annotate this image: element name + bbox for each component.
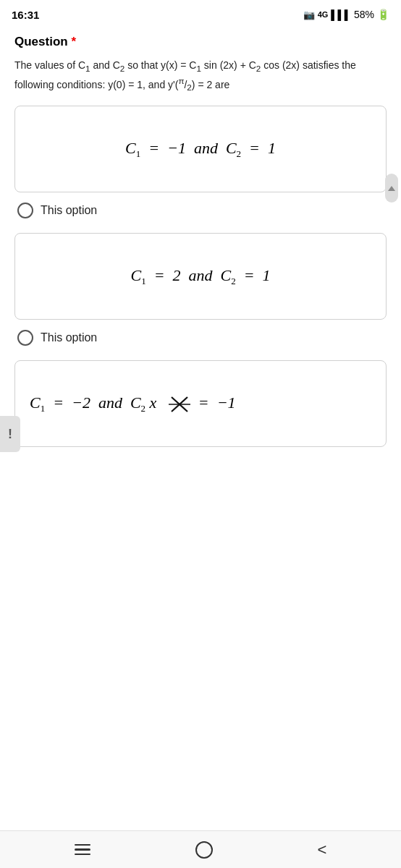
home-icon [195,841,213,859]
side-alert-button[interactable]: ! [0,416,20,452]
required-asterisk: * [68,35,76,48]
exclamation-icon: ! [8,427,12,442]
option-1-math-text: C1 = −1 and C2 = 1 [125,139,276,160]
status-icons: 📷 4G ▌▌▌ 58% 🔋 [303,9,389,20]
option-1-radio-row[interactable]: This option [14,203,387,218]
bottom-nav: < [0,830,401,868]
scroll-hint [385,174,398,203]
status-time: 16:31 [12,9,39,21]
option-1-math: C1 = −1 and C2 = 1 [125,139,276,160]
signal-label: 4G [318,10,329,19]
question-text: The values of C1 and C2 so that y(x) = C… [14,58,387,94]
camera-icon: 📷 [303,9,315,20]
chevron-up-icon [388,186,395,191]
option-2-label: This option [41,331,97,344]
option-2-radio[interactable] [17,330,33,346]
option-card-2: C1 = 2 and C2 = 1 [14,233,387,320]
back-button[interactable]: < [318,841,327,859]
lambda-icon [169,394,190,414]
option-2-math-text: C1 = 2 and C2 = 1 [130,266,270,287]
option-1-radio[interactable] [17,203,33,218]
menu-button[interactable] [75,844,90,856]
menu-icon [75,844,90,856]
option-2-radio-row[interactable]: This option [14,330,387,346]
back-icon: < [318,841,327,859]
question-header: Question * [14,35,387,49]
option-1-label: This option [41,204,97,217]
question-label-text: Question [14,35,68,48]
home-button[interactable] [195,841,213,859]
signal-bars-icon: ▌▌▌ [331,9,351,20]
option-card-1: C1 = −1 and C2 = 1 [14,106,387,192]
option-3-math: C1 = −2 and C2 x = −1 [30,393,236,414]
status-bar: 16:31 📷 4G ▌▌▌ 58% 🔋 [0,0,401,26]
page-content: Question * The values of C1 and C2 so th… [0,26,401,472]
battery-label: 58% [354,9,374,20]
option-2-math: C1 = 2 and C2 = 1 [130,266,270,287]
battery-icon: 🔋 [377,9,389,20]
option-card-3: C1 = −2 and C2 x = −1 [14,360,387,447]
option-3-math-text: C1 = −2 and C2 x = −1 [30,393,236,414]
